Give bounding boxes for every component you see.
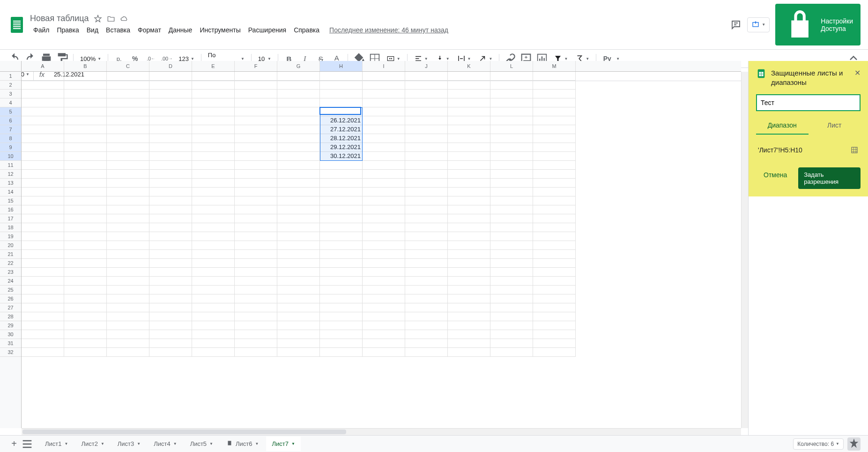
header: Новая таблица Файл Правка Вид Вставка Фо… xyxy=(0,0,868,49)
column-headers: ABCDEFGHIJKLM xyxy=(0,61,741,72)
cell-E2[interactable] xyxy=(192,81,235,81)
app-logo[interactable] xyxy=(7,15,26,34)
column-header-A[interactable]: A xyxy=(22,61,64,71)
cell-H1[interactable] xyxy=(320,72,363,81)
share-label: Настройки Доступа xyxy=(821,17,853,32)
column-header-E[interactable]: E xyxy=(192,61,235,71)
column-header-I[interactable]: I xyxy=(363,61,405,71)
cell-G1[interactable] xyxy=(277,72,320,81)
column-header-D[interactable]: D xyxy=(149,61,192,71)
cell-G2[interactable] xyxy=(277,81,320,81)
cell-D2[interactable] xyxy=(149,81,192,81)
cell-F2[interactable] xyxy=(235,81,277,81)
cell-L2[interactable] xyxy=(490,81,533,81)
row-header-1[interactable]: 1 xyxy=(0,72,21,81)
cell-D1[interactable] xyxy=(149,72,192,81)
cell-I1[interactable] xyxy=(363,72,405,81)
sheets-icon xyxy=(11,17,23,33)
cell-E1[interactable] xyxy=(192,72,235,81)
cell-L1[interactable] xyxy=(490,72,533,81)
menu-tools[interactable]: Инструменты xyxy=(196,24,244,36)
document-title[interactable]: Новая таблица xyxy=(30,14,89,23)
header-left: Новая таблица Файл Правка Вид Вставка Фо… xyxy=(7,14,448,36)
cell-K2[interactable] xyxy=(448,81,490,81)
share-button[interactable]: Настройки Доступа xyxy=(775,4,861,45)
star-icon[interactable] xyxy=(94,15,102,23)
cell-J1[interactable] xyxy=(405,72,448,81)
column-header-M[interactable]: M xyxy=(533,61,576,71)
row-header-2[interactable]: 2 xyxy=(0,81,21,81)
menu-view[interactable]: Вид xyxy=(83,24,102,36)
cell-C1[interactable] xyxy=(107,72,149,81)
column-header-F[interactable]: F xyxy=(235,61,277,71)
menu-file[interactable]: Файл xyxy=(30,24,52,36)
column-header-G[interactable]: G xyxy=(277,61,320,71)
column-header-L[interactable]: L xyxy=(490,61,533,71)
last-edit-link[interactable]: Последнее изменение: 46 минут назад xyxy=(329,26,448,34)
cell-A2[interactable] xyxy=(22,81,64,81)
column-header-J[interactable]: J xyxy=(405,61,448,71)
panel-header: Защищенные листы и диапазоны ✕ xyxy=(756,68,861,81)
cloud-icon[interactable] xyxy=(120,15,128,23)
column-header-C[interactable]: C xyxy=(107,61,149,71)
protected-ranges-panel: Защищенные листы и диапазоны ✕ Диапазон … xyxy=(748,61,868,81)
cell-M1[interactable] xyxy=(533,72,576,81)
menu-edit[interactable]: Правка xyxy=(53,24,82,36)
cell-I2[interactable] xyxy=(363,81,405,81)
menu-insert[interactable]: Вставка xyxy=(103,24,134,36)
title-area: Новая таблица Файл Правка Вид Вставка Фо… xyxy=(30,14,448,36)
comment-history-icon[interactable] xyxy=(730,19,742,30)
cell-K1[interactable] xyxy=(448,72,490,81)
close-panel-icon[interactable]: ✕ xyxy=(854,68,861,77)
sheet-container: ABCDEFGHIJKLM 12345678910111213141516171… xyxy=(0,61,748,81)
menu-format[interactable]: Формат xyxy=(134,24,164,36)
cell-C2[interactable] xyxy=(107,81,149,81)
cell-M2[interactable] xyxy=(533,81,576,81)
cell-J2[interactable] xyxy=(405,81,448,81)
input-tools-arrow[interactable]: ▼ xyxy=(616,57,620,61)
column-header-H[interactable]: H xyxy=(320,61,363,71)
cell-grid[interactable]: 25.12.202126.12.202127.12.202128.12.2021… xyxy=(22,72,741,81)
main-area: ABCDEFGHIJKLM 12345678910111213141516171… xyxy=(0,61,868,81)
cell-B2[interactable] xyxy=(64,81,107,81)
menu-data[interactable]: Данные xyxy=(165,24,196,36)
menu-help[interactable]: Справка xyxy=(290,24,323,36)
column-header-B[interactable]: B xyxy=(64,61,107,71)
menu-extensions[interactable]: Расширения xyxy=(245,24,289,36)
present-button[interactable]: ▼ xyxy=(747,17,770,32)
move-icon[interactable] xyxy=(107,15,115,23)
row-headers: 1234567891011121314151617181920212223242… xyxy=(0,72,22,81)
header-right: ▼ Настройки Доступа xyxy=(730,4,861,45)
cell-H2[interactable] xyxy=(320,81,363,81)
vertical-scrollbar[interactable] xyxy=(741,72,748,81)
panel-title: Защищенные листы и диапазоны xyxy=(771,68,850,81)
title-row: Новая таблица xyxy=(30,14,448,23)
sheets-small-icon xyxy=(756,68,766,79)
cell-F1[interactable] xyxy=(235,72,277,81)
column-header-K[interactable]: K xyxy=(448,61,490,71)
menubar: Файл Правка Вид Вставка Формат Данные Ин… xyxy=(30,24,448,36)
select-all-corner[interactable] xyxy=(0,61,22,71)
cell-A1[interactable] xyxy=(22,72,64,81)
cell-B1[interactable] xyxy=(64,72,107,81)
